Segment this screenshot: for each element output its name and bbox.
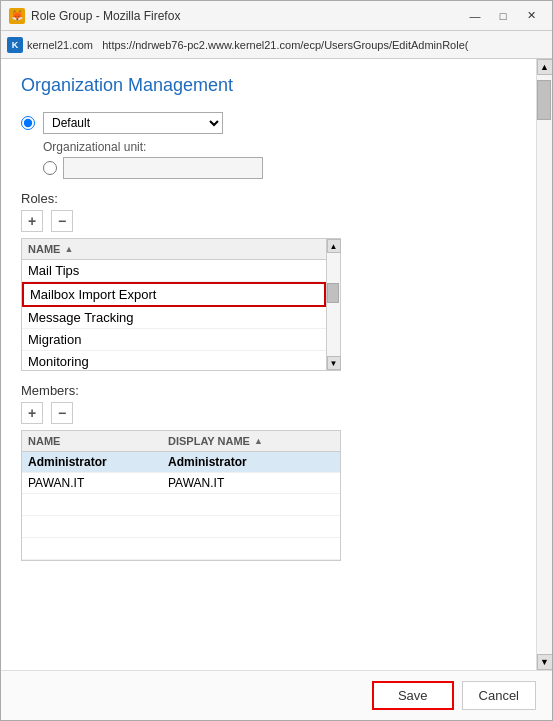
- org-unit-label: Organizational unit:: [43, 140, 516, 154]
- roles-row-name: Mailbox Import Export: [30, 287, 318, 302]
- org-unit-section: Organizational unit:: [43, 140, 516, 179]
- members-row-name: PAWAN.IT: [28, 476, 168, 490]
- roles-table-scrollbar: ▲ ▼: [326, 239, 340, 370]
- roles-sort-arrow: ▲: [64, 244, 73, 254]
- table-row[interactable]: Monitoring: [22, 351, 326, 370]
- roles-scroll-up[interactable]: ▲: [327, 239, 341, 253]
- members-row-display: Administrator: [168, 455, 334, 469]
- roles-add-remove-row: + −: [21, 210, 516, 232]
- members-table: NAME DISPLAY NAME ▲ Administrator Admini…: [21, 430, 341, 561]
- content-area: Organization Management Default Organiza…: [1, 59, 552, 670]
- org-unit-input[interactable]: [63, 157, 263, 179]
- table-row[interactable]: Mail Tips: [22, 260, 326, 282]
- main-scrollbar: ▲ ▼: [536, 59, 552, 670]
- bottom-bar: Save Cancel: [1, 670, 552, 720]
- window-title: Role Group - Mozilla Firefox: [31, 9, 462, 23]
- roles-table: NAME ▲ Mail Tips Mailbox Import Export: [22, 239, 326, 370]
- members-row-display: PAWAN.IT: [168, 476, 334, 490]
- browser-window: 🦊 Role Group - Mozilla Firefox — □ ✕ K k…: [0, 0, 553, 721]
- members-display-column-header: DISPLAY NAME ▲: [168, 435, 334, 447]
- maximize-button[interactable]: □: [490, 6, 516, 26]
- cancel-button[interactable]: Cancel: [462, 681, 536, 710]
- roles-table-body: Mail Tips Mailbox Import Export Message …: [22, 260, 326, 370]
- save-button[interactable]: Save: [372, 681, 454, 710]
- members-table-header: NAME DISPLAY NAME ▲: [22, 431, 340, 452]
- table-row[interactable]: Mailbox Import Export: [22, 282, 326, 307]
- favicon: K: [7, 37, 23, 53]
- table-row-empty: [22, 538, 340, 560]
- page-title: Organization Management: [21, 75, 516, 96]
- roles-label: Roles:: [21, 191, 516, 206]
- full-url: https://ndrweb76-pc2.www.kernel21.com/ec…: [102, 39, 468, 51]
- members-name-column-header: NAME: [28, 435, 168, 447]
- table-row-empty: [22, 516, 340, 538]
- roles-add-button[interactable]: +: [21, 210, 43, 232]
- browser-icon: 🦊: [9, 8, 25, 24]
- domain-label: kernel21.com: [27, 39, 93, 51]
- members-remove-button[interactable]: −: [51, 402, 73, 424]
- titlebar: 🦊 Role Group - Mozilla Firefox — □ ✕: [1, 1, 552, 31]
- table-row[interactable]: Migration: [22, 329, 326, 351]
- minimize-button[interactable]: —: [462, 6, 488, 26]
- members-label: Members:: [21, 383, 516, 398]
- org-unit-radio[interactable]: [43, 161, 57, 175]
- table-row-empty: [22, 494, 340, 516]
- scope-dropdown[interactable]: Default: [43, 112, 223, 134]
- members-add-remove-row: + −: [21, 402, 516, 424]
- default-radio[interactable]: [21, 116, 35, 130]
- roles-name-column-header: NAME ▲: [28, 243, 320, 255]
- roles-scroll-thumb[interactable]: [327, 283, 339, 303]
- roles-scroll-down[interactable]: ▼: [327, 356, 341, 370]
- members-add-button[interactable]: +: [21, 402, 43, 424]
- roles-row-name: Migration: [28, 332, 320, 347]
- table-row[interactable]: Message Tracking: [22, 307, 326, 329]
- roles-remove-button[interactable]: −: [51, 210, 73, 232]
- scroll-track: [537, 75, 552, 654]
- close-button[interactable]: ✕: [518, 6, 544, 26]
- address-url: kernel21.com https://ndrweb76-pc2.www.ke…: [27, 39, 546, 51]
- roles-row-name: Message Tracking: [28, 310, 320, 325]
- roles-table-wrapper: NAME ▲ Mail Tips Mailbox Import Export: [21, 238, 341, 371]
- org-unit-row: [43, 157, 516, 179]
- members-sort-arrow: ▲: [254, 436, 263, 446]
- scroll-down-button[interactable]: ▼: [537, 654, 553, 670]
- roles-scroll-track: [327, 253, 340, 356]
- table-row[interactable]: Administrator Administrator: [22, 452, 340, 473]
- roles-row-name: Mail Tips: [28, 263, 320, 278]
- table-row[interactable]: PAWAN.IT PAWAN.IT: [22, 473, 340, 494]
- roles-table-header: NAME ▲: [22, 239, 326, 260]
- scroll-up-button[interactable]: ▲: [537, 59, 553, 75]
- scroll-thumb[interactable]: [537, 80, 551, 120]
- titlebar-buttons: — □ ✕: [462, 6, 544, 26]
- main-panel: Organization Management Default Organiza…: [1, 59, 536, 670]
- default-radio-row: Default: [21, 112, 516, 134]
- roles-row-name: Monitoring: [28, 354, 320, 369]
- addressbar: K kernel21.com https://ndrweb76-pc2.www.…: [1, 31, 552, 59]
- members-row-name: Administrator: [28, 455, 168, 469]
